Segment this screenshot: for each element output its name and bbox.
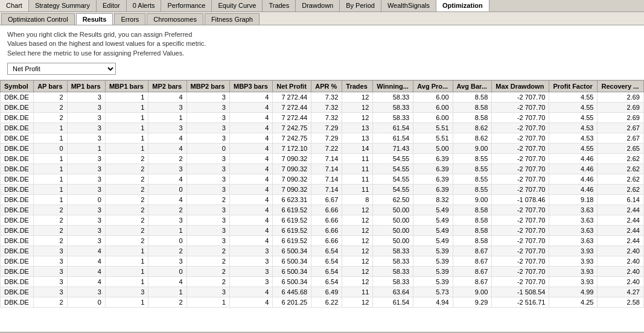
cell-r11-c15: 2.44 bbox=[598, 205, 644, 215]
table-row[interactable]: DBK.DE1313347 242.757.291361.545.518.62-… bbox=[1, 123, 644, 133]
cell-r13-c7: 6 619.52 bbox=[273, 226, 311, 236]
cell-r13-c2: 3 bbox=[67, 226, 105, 236]
cell-r0-c3: 1 bbox=[105, 92, 148, 103]
col-header-recovery-[interactable]: Recovery ... bbox=[598, 81, 644, 92]
metric-dropdown[interactable]: Net ProfitAPR %TradesWinning...Avg Pro..… bbox=[7, 63, 116, 75]
table-row[interactable]: DBK.DE1314347 242.757.291361.545.518.62-… bbox=[1, 133, 644, 144]
top-nav-item-optimization[interactable]: Optimization bbox=[436, 0, 489, 11]
col-header-avg-bar[interactable]: Avg Bar... bbox=[453, 81, 492, 92]
col-header-mbp3-bars[interactable]: MBP3 bars bbox=[229, 81, 272, 92]
cell-r6-c7: 7 090.32 bbox=[273, 154, 311, 164]
cell-r16-c11: 5.39 bbox=[413, 256, 453, 267]
cell-r2-c4: 1 bbox=[148, 113, 187, 123]
cell-r0-c15: 2.69 bbox=[598, 92, 644, 103]
table-row[interactable]: DBK.DE2314347 272.447.321258.336.008.58-… bbox=[1, 92, 644, 103]
table-row[interactable]: DBK.DE2320346 619.526.661250.005.498.58-… bbox=[1, 236, 644, 246]
cell-r14-c15: 2.44 bbox=[598, 236, 644, 246]
cell-r16-c6: 3 bbox=[229, 256, 272, 267]
table-row[interactable]: DBK.DE1323347 090.327.141154.556.398.55-… bbox=[1, 164, 644, 174]
cell-r16-c12: 8.67 bbox=[453, 256, 492, 267]
col-header-mp1-bars[interactable]: MP1 bars bbox=[67, 81, 105, 92]
cell-r18-c7: 6 500.34 bbox=[273, 277, 311, 287]
col-header-net-profit[interactable]: Net Profit bbox=[273, 81, 311, 92]
col-header-max-drawdown[interactable]: Max Drawdown bbox=[492, 81, 549, 92]
cell-r5-c2: 1 bbox=[67, 144, 105, 154]
cell-r9-c9: 11 bbox=[342, 185, 373, 195]
col-header-mbp1-bars[interactable]: MBP1 bars bbox=[105, 81, 148, 92]
cell-r0-c8: 7.32 bbox=[311, 92, 342, 103]
results-table-container[interactable]: SymbolAP barsMP1 barsMBP1 barsMP2 barsMB… bbox=[0, 80, 644, 332]
top-nav-item-editor[interactable]: Editor bbox=[97, 0, 127, 11]
table-row[interactable]: DBK.DE2012146 201.256.221261.544.949.29-… bbox=[1, 297, 644, 308]
cell-r14-c13: -2 707.70 bbox=[492, 236, 549, 246]
cell-r20-c11: 4.94 bbox=[413, 297, 453, 308]
table-row[interactable]: DBK.DE2321346 619.526.661250.005.498.58-… bbox=[1, 226, 644, 236]
table-row[interactable]: DBK.DE2323346 619.526.661250.005.498.58-… bbox=[1, 215, 644, 226]
sub-nav-item-results[interactable]: Results bbox=[76, 13, 113, 25]
table-row[interactable]: DBK.DE2322346 619.526.661250.005.498.58-… bbox=[1, 205, 644, 215]
cell-r17-c15: 2.40 bbox=[598, 267, 644, 277]
top-nav-item-0-alerts[interactable]: 0 Alerts bbox=[127, 0, 162, 11]
sub-nav-item-fitness-graph[interactable]: Fitness Graph bbox=[205, 13, 260, 25]
table-row[interactable]: DBK.DE3331346 445.686.491163.645.739.00-… bbox=[1, 287, 644, 297]
cell-r1-c15: 2.69 bbox=[598, 103, 644, 113]
cell-r10-c4: 4 bbox=[148, 195, 187, 205]
top-nav-item-trades[interactable]: Trades bbox=[263, 0, 296, 11]
table-row[interactable]: DBK.DE0114047 172.107.221471.435.009.00-… bbox=[1, 144, 644, 154]
cell-r12-c2: 3 bbox=[67, 215, 105, 226]
cell-r3-c12: 8.62 bbox=[453, 123, 492, 133]
cell-r2-c11: 6.00 bbox=[413, 113, 453, 123]
cell-r18-c1: 3 bbox=[34, 277, 68, 287]
col-header-profit-factor[interactable]: Profit Factor bbox=[549, 81, 598, 92]
cell-r7-c15: 2.62 bbox=[598, 164, 644, 174]
col-header-mp2-bars[interactable]: MP2 bars bbox=[148, 81, 187, 92]
cell-r10-c9: 8 bbox=[342, 195, 373, 205]
cell-r18-c11: 5.39 bbox=[413, 277, 453, 287]
cell-r0-c5: 3 bbox=[187, 92, 229, 103]
col-header-trades[interactable]: Trades bbox=[342, 81, 373, 92]
cell-r12-c5: 3 bbox=[187, 215, 229, 226]
table-row[interactable]: DBK.DE2311347 272.447.321258.336.008.58-… bbox=[1, 113, 644, 123]
top-nav-item-drawdown[interactable]: Drawdown bbox=[296, 0, 340, 11]
top-nav-item-by-period[interactable]: By Period bbox=[340, 0, 381, 11]
col-header-symbol[interactable]: Symbol bbox=[1, 81, 34, 92]
table-row[interactable]: DBK.DE3413236 500.346.541258.335.398.67-… bbox=[1, 256, 644, 267]
cell-r0-c6: 4 bbox=[229, 92, 272, 103]
col-header-mbp2-bars[interactable]: MBP2 bars bbox=[187, 81, 229, 92]
cell-r0-c1: 2 bbox=[34, 92, 68, 103]
table-row[interactable]: DBK.DE3410236 500.346.541258.335.398.67-… bbox=[1, 267, 644, 277]
top-nav-item-chart[interactable]: Chart bbox=[0, 0, 29, 11]
cell-r8-c0: DBK.DE bbox=[1, 174, 34, 185]
cell-r17-c2: 4 bbox=[67, 267, 105, 277]
col-header-ap-bars[interactable]: AP bars bbox=[34, 81, 68, 92]
sub-nav-item-errors[interactable]: Errors bbox=[114, 13, 145, 25]
table-row[interactable]: DBK.DE3414236 500.346.541258.335.398.67-… bbox=[1, 277, 644, 287]
top-nav-item-strategy-summary[interactable]: Strategy Summary bbox=[29, 0, 97, 11]
top-nav-item-equity-curve[interactable]: Equity Curve bbox=[212, 0, 263, 11]
col-header-apr-[interactable]: APR % bbox=[311, 81, 342, 92]
cell-r2-c1: 2 bbox=[34, 113, 68, 123]
table-row[interactable]: DBK.DE3412236 500.346.541258.335.398.67-… bbox=[1, 246, 644, 256]
table-row[interactable]: DBK.DE1322347 090.327.141154.556.398.55-… bbox=[1, 154, 644, 164]
table-row[interactable]: DBK.DE1324347 090.327.141154.556.398.55-… bbox=[1, 174, 644, 185]
col-header-winning[interactable]: Winning... bbox=[373, 81, 413, 92]
cell-r18-c14: 3.93 bbox=[549, 277, 598, 287]
cell-r4-c4: 4 bbox=[148, 133, 187, 144]
cell-r1-c13: -2 707.70 bbox=[492, 103, 549, 113]
cell-r18-c5: 2 bbox=[187, 277, 229, 287]
table-row[interactable]: DBK.DE1320347 090.327.141154.556.398.55-… bbox=[1, 185, 644, 195]
cell-r10-c14: 9.18 bbox=[549, 195, 598, 205]
top-nav-item-wealthsignals[interactable]: WealthSignals bbox=[381, 0, 436, 11]
sub-nav-item-optimization-control[interactable]: Optimization Control bbox=[1, 13, 75, 25]
cell-r17-c14: 3.93 bbox=[549, 267, 598, 277]
top-nav-item-performance[interactable]: Performance bbox=[161, 0, 212, 11]
cell-r7-c14: 4.46 bbox=[549, 164, 598, 174]
table-row[interactable]: DBK.DE1024246 623.316.67862.508.329.00-1… bbox=[1, 195, 644, 205]
col-header-avg-pro[interactable]: Avg Pro... bbox=[413, 81, 453, 92]
sub-nav-item-chromosomes[interactable]: Chromosomes bbox=[147, 13, 203, 25]
table-row[interactable]: DBK.DE2313347 272.447.321258.336.008.58-… bbox=[1, 103, 644, 113]
cell-r19-c15: 4.27 bbox=[598, 287, 644, 297]
cell-r10-c2: 0 bbox=[67, 195, 105, 205]
cell-r16-c14: 3.93 bbox=[549, 256, 598, 267]
cell-r15-c9: 12 bbox=[342, 246, 373, 256]
